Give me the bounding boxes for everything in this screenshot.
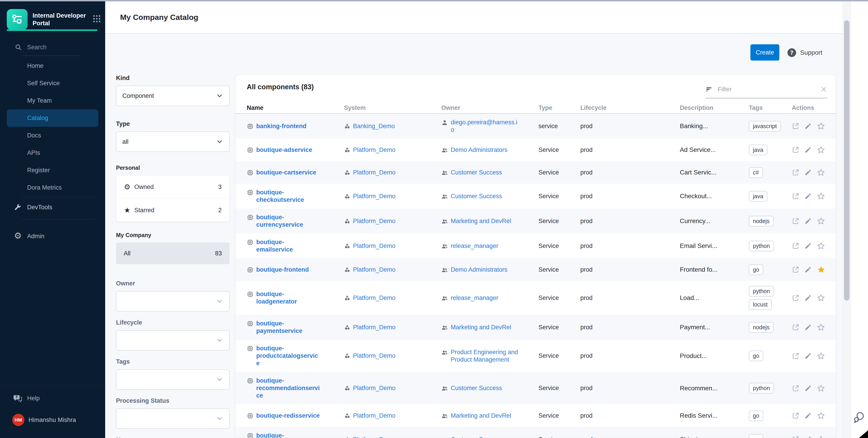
sidebar-item-apis[interactable]: APIs <box>0 144 105 162</box>
component-link[interactable]: boutique-cartservice <box>256 169 316 176</box>
component-link[interactable]: boutique-emailservice <box>256 238 321 254</box>
owner-link[interactable]: diego.pereira@harness.io <box>451 119 519 134</box>
owner-link[interactable]: Customer Success <box>451 169 502 176</box>
component-link[interactable]: banking-frontend <box>256 123 306 130</box>
edit-pencil-icon[interactable] <box>804 242 812 249</box>
system-link[interactable]: Platform_Demo <box>353 266 396 273</box>
component-link[interactable]: boutique-redisservice <box>256 412 320 419</box>
open-in-new-icon[interactable] <box>792 192 800 200</box>
owner-link[interactable]: Customer Success <box>451 193 502 200</box>
open-in-new-icon[interactable] <box>792 169 800 176</box>
edit-pencil-icon[interactable] <box>804 266 812 273</box>
edit-pencil-icon[interactable] <box>804 324 812 331</box>
component-link[interactable]: boutique-recommendationservice <box>256 377 321 399</box>
system-link[interactable]: Platform_Demo <box>353 384 396 392</box>
owner-link[interactable]: Demo Administrators <box>451 266 507 273</box>
system-link[interactable]: Platform_Demo <box>353 294 396 302</box>
owner-select[interactable] <box>116 291 229 311</box>
star-outline-icon[interactable] <box>817 352 825 360</box>
edit-pencil-icon[interactable] <box>804 412 812 419</box>
component-link[interactable]: boutique-adservice <box>256 146 312 154</box>
sidebar-item-admin[interactable]: ⚙ Admin <box>0 227 105 245</box>
sidebar-item-self-service[interactable]: Self Service <box>0 75 105 92</box>
filter-input[interactable] <box>717 86 820 93</box>
component-link[interactable]: boutique-checkoutservice <box>256 189 321 204</box>
component-link[interactable]: boutique-paymentservice <box>256 320 321 335</box>
owner-link[interactable]: release_manager <box>451 294 498 302</box>
column-header-tags[interactable]: Tags <box>749 104 792 111</box>
kind-select[interactable]: Component <box>116 86 229 106</box>
owner-link[interactable]: Marketing and DevRel <box>451 324 511 331</box>
column-header-actions[interactable]: Actions <box>792 104 825 111</box>
star-outline-icon[interactable] <box>817 294 825 302</box>
owner-link[interactable]: Customer Success <box>451 436 502 438</box>
star-filled-icon[interactable] <box>817 265 826 274</box>
chat-bubbles-icon[interactable] <box>853 411 866 423</box>
edit-pencil-icon[interactable] <box>804 385 812 392</box>
system-link[interactable]: Platform_Demo <box>353 436 396 438</box>
system-link[interactable]: Platform_Demo <box>353 193 396 200</box>
owner-link[interactable]: release_manager <box>451 242 498 250</box>
component-link[interactable]: boutique-shippingservice <box>256 432 321 438</box>
star-outline-icon[interactable] <box>817 411 825 420</box>
edit-pencil-icon[interactable] <box>804 217 812 225</box>
sidebar-item-devtools[interactable]: DevTools <box>0 198 105 216</box>
app-logo[interactable] <box>7 9 28 30</box>
star-outline-icon[interactable] <box>817 242 825 250</box>
system-link[interactable]: Platform_Demo <box>353 146 396 154</box>
type-select[interactable]: all <box>116 132 229 152</box>
sidebar-item-dora-metrics[interactable]: Dora Metrics <box>0 179 105 196</box>
sidebar-item-help[interactable]: ? Help <box>0 388 105 409</box>
tags-select[interactable] <box>116 369 229 390</box>
processing-status-select[interactable] <box>116 408 229 429</box>
star-outline-icon[interactable] <box>817 192 825 200</box>
open-in-new-icon[interactable] <box>792 294 800 302</box>
clear-filter-icon[interactable] <box>820 86 828 93</box>
column-header-name[interactable]: Name <box>247 104 344 111</box>
owner-link[interactable]: Demo Administrators <box>451 146 507 154</box>
edit-pencil-icon[interactable] <box>804 436 812 438</box>
system-link[interactable]: Platform_Demo <box>353 217 396 225</box>
owner-link[interactable]: Product Engineering and Product Manageme… <box>451 348 519 363</box>
open-in-new-icon[interactable] <box>792 217 800 225</box>
sidebar-item-docs[interactable]: Docs <box>0 127 105 144</box>
system-link[interactable]: Platform_Demo <box>353 412 396 419</box>
star-outline-icon[interactable] <box>817 217 825 225</box>
column-header-type[interactable]: Type <box>538 104 580 111</box>
column-header-owner[interactable]: Owner <box>441 104 538 111</box>
sidebar-item-home[interactable]: Home <box>0 57 105 75</box>
owner-link[interactable]: Customer Success <box>451 384 502 392</box>
component-link[interactable]: boutique-currencyservice <box>256 213 321 229</box>
star-outline-icon[interactable] <box>817 323 825 332</box>
open-in-new-icon[interactable] <box>792 436 800 438</box>
system-link[interactable]: Platform_Demo <box>353 352 396 360</box>
lifecycle-select[interactable] <box>116 330 229 350</box>
star-outline-icon[interactable] <box>817 435 825 438</box>
open-in-new-icon[interactable] <box>792 352 800 360</box>
scrollbar-thumb[interactable] <box>844 20 849 301</box>
open-in-new-icon[interactable] <box>792 412 800 419</box>
open-in-new-icon[interactable] <box>792 324 800 331</box>
company-filter-all[interactable]: All83 <box>116 242 229 264</box>
system-link[interactable]: Banking_Demo <box>353 123 395 130</box>
owner-link[interactable]: Marketing and DevRel <box>451 412 511 419</box>
edit-pencil-icon[interactable] <box>804 169 812 176</box>
personal-filter-starred[interactable]: ★Starred2 <box>116 198 229 222</box>
star-outline-icon[interactable] <box>817 384 825 393</box>
star-outline-icon[interactable] <box>817 145 825 154</box>
edit-pencil-icon[interactable] <box>804 146 812 154</box>
sidebar-item-my-team[interactable]: My Team <box>0 92 105 109</box>
component-link[interactable]: boutique-productcatalogservice <box>256 345 321 367</box>
column-header-system[interactable]: System <box>344 104 441 111</box>
owner-link[interactable]: Marketing and DevRel <box>451 217 511 225</box>
open-in-new-icon[interactable] <box>792 122 800 130</box>
star-outline-icon[interactable] <box>817 168 825 177</box>
component-link[interactable]: boutique-frontend <box>256 266 309 273</box>
component-link[interactable]: boutique-loadgenerator <box>256 291 321 305</box>
column-header-description[interactable]: Description <box>680 104 749 111</box>
edit-pencil-icon[interactable] <box>804 294 812 302</box>
create-button[interactable]: Create <box>750 44 779 61</box>
app-grid-icon[interactable] <box>92 14 101 24</box>
sidebar-item-catalog[interactable]: Catalog <box>7 109 98 127</box>
support-button[interactable]: ? Support <box>786 47 822 58</box>
